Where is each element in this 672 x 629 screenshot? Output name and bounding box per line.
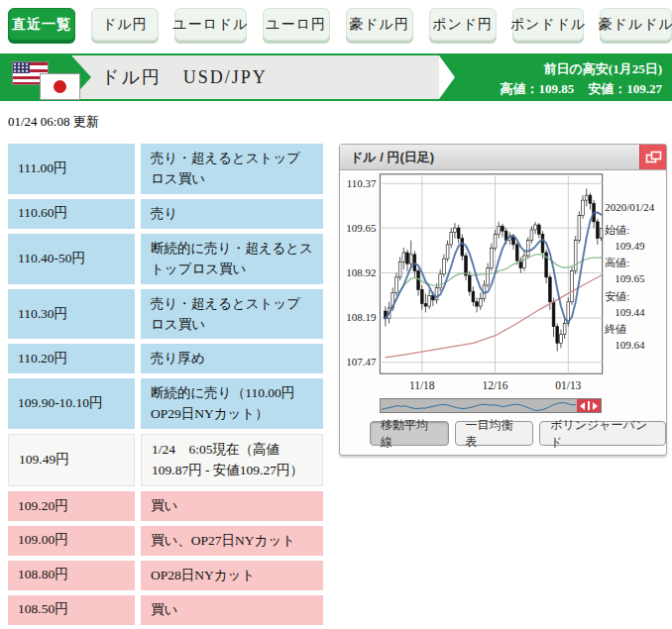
order-row: 110.60円売り bbox=[8, 199, 323, 229]
order-board-table: 111.00円売り・超えるとストップロス買い110.60円売り110.40-50… bbox=[8, 144, 323, 629]
order-row: 110.30円売り・超えるとストップロス買い bbox=[8, 289, 323, 340]
low-label: 安値： bbox=[588, 81, 626, 96]
order-row: 109.00円買い、OP27日NYカット bbox=[8, 526, 323, 556]
order-note: 売り bbox=[141, 199, 323, 229]
previous-day-range-title: 前日の高安(1月25日) bbox=[463, 59, 662, 79]
order-note: OP28日NYカット bbox=[141, 561, 323, 590]
order-price: 108.80円 bbox=[8, 561, 135, 590]
chart-date: 2020/01/24 bbox=[605, 201, 666, 215]
order-price: 110.40-50円 bbox=[8, 234, 135, 284]
indicator-button-1[interactable]: 一目均衡表 bbox=[455, 421, 534, 446]
order-row: 110.40-50円断続的に売り・超えるとストップロス買い bbox=[8, 234, 323, 284]
chart-range-scrollbar[interactable] bbox=[380, 398, 602, 413]
low-value: 109.27 bbox=[626, 81, 662, 96]
chart-panel: ドル / 円(日足) 110.37109.65108.92108.19107.4… bbox=[339, 144, 667, 456]
order-note: 買い bbox=[141, 491, 323, 521]
svg-text:12/16: 12/16 bbox=[482, 379, 507, 391]
page-title: ドル円 USD/JPY bbox=[101, 55, 268, 99]
low-value: 109.44 bbox=[605, 306, 666, 320]
indicator-button-0[interactable]: 移動平均線 bbox=[370, 421, 449, 446]
nav-pair-button-7[interactable]: 豪ドルドル bbox=[600, 8, 672, 41]
order-note: 売り・超えるとストップロス買い bbox=[141, 289, 323, 340]
order-row: 108.80円OP28日NYカット bbox=[8, 561, 323, 590]
previous-day-range-values: 高値：109.85安値：109.27 bbox=[463, 79, 662, 99]
order-price: 111.00円 bbox=[8, 144, 135, 194]
indicator-button-2[interactable]: ボリンジャーバンド bbox=[539, 421, 666, 446]
close-value: 109.64 bbox=[605, 339, 666, 353]
nav-pair-button-4[interactable]: 豪ドル円 bbox=[346, 8, 413, 41]
order-row: 109.90-10.10円断続的に売り（110.00円OP29日NYカット） bbox=[8, 378, 323, 429]
order-price: 109.90-10.10円 bbox=[8, 378, 135, 429]
order-note: 買い、OP27日NYカット bbox=[141, 526, 323, 556]
scrollbar-handle[interactable] bbox=[577, 399, 601, 412]
high-value: 109.85 bbox=[539, 81, 575, 96]
order-row: 109.49円1/24 6:05現在（高値109.87円 - 安値109.27円… bbox=[8, 434, 323, 486]
high-value: 109.65 bbox=[605, 272, 666, 286]
order-row: 109.20円買い bbox=[8, 491, 323, 521]
open-value: 109.49 bbox=[605, 240, 666, 254]
order-price: 109.00円 bbox=[8, 526, 135, 556]
previous-day-range-box: 前日の高安(1月25日) 高値：109.85安値：109.27 bbox=[439, 55, 672, 99]
order-price: 110.30円 bbox=[8, 289, 135, 340]
svg-text:107.47: 107.47 bbox=[346, 356, 377, 367]
last-updated-timestamp: 01/24 06:08 更新 bbox=[8, 113, 672, 131]
order-price: 109.20円 bbox=[8, 491, 135, 521]
nav-pair-button-2[interactable]: ユーロドル bbox=[174, 8, 247, 41]
japan-flag-icon bbox=[40, 73, 80, 100]
nav-pair-button-1[interactable]: ドル円 bbox=[91, 8, 159, 41]
high-label: 高値: bbox=[605, 257, 666, 270]
svg-text:109.65: 109.65 bbox=[346, 222, 377, 234]
order-price: 108.50円 bbox=[8, 595, 135, 625]
nav-pair-button-6[interactable]: ポンドドル bbox=[512, 8, 585, 41]
svg-text:110.37: 110.37 bbox=[347, 177, 377, 189]
order-row: 110.20円売り厚め bbox=[8, 344, 323, 373]
order-row: 108.50円買い bbox=[8, 595, 323, 625]
nav-pair-button-0[interactable]: 直近一覧 bbox=[8, 8, 75, 41]
high-label: 高値： bbox=[501, 81, 539, 96]
open-label: 始値: bbox=[605, 224, 666, 238]
scroll-right-icon bbox=[593, 402, 598, 410]
pair-name-jp: ドル円 bbox=[101, 65, 162, 89]
order-price: 109.49円 bbox=[8, 434, 135, 486]
nav-pair-button-3[interactable]: ユーロ円 bbox=[263, 8, 330, 41]
chart-title: ドル / 円(日足) bbox=[350, 149, 434, 166]
popup-windows-icon bbox=[645, 151, 662, 164]
order-note: 1/24 6:05現在（高値109.87円 - 安値109.27円） bbox=[141, 434, 323, 486]
candlestick-chart: 110.37109.65108.92108.19107.4711/1812/16… bbox=[342, 173, 605, 395]
order-note: 売り厚め bbox=[141, 344, 323, 373]
order-price: 110.20円 bbox=[8, 344, 135, 373]
order-note: 断続的に売り（110.00円OP29日NYカット） bbox=[141, 378, 323, 429]
order-note: 買い bbox=[141, 595, 323, 625]
chart-body: 110.37109.65108.92108.19107.4711/1812/16… bbox=[340, 170, 666, 395]
chart-titlebar: ドル / 円(日足) bbox=[340, 145, 666, 170]
currency-pair-nav: 直近一覧ドル円ユーロドルユーロ円豪ドル円ポンド円ポンドドル豪ドルドル bbox=[0, 0, 672, 41]
order-note: 断続的に売り・超えるとストップロス買い bbox=[141, 234, 323, 284]
order-price: 110.60円 bbox=[8, 199, 135, 229]
pair-header-banner: ドル円 USD/JPY 前日の高安(1月25日) 高値：109.85安値：109… bbox=[0, 53, 672, 101]
svg-text:01/13: 01/13 bbox=[555, 379, 581, 391]
low-label: 安値: bbox=[605, 290, 666, 304]
popup-window-button[interactable] bbox=[639, 145, 666, 169]
indicator-buttons: 移動平均線一目均衡表ボリンジャーバンド bbox=[370, 421, 666, 446]
range-sparkline bbox=[381, 400, 577, 413]
nav-pair-button-5[interactable]: ポンド円 bbox=[429, 8, 497, 41]
svg-text:11/18: 11/18 bbox=[409, 379, 435, 391]
svg-text:108.92: 108.92 bbox=[346, 266, 376, 278]
order-note: 売り・超えるとストップロス買い bbox=[141, 144, 323, 194]
chart-ohlc-info: 2020/01/24 始値: 109.49 高値: 109.65 安値: 109… bbox=[605, 173, 666, 395]
scroll-left-icon bbox=[580, 402, 585, 410]
svg-text:108.19: 108.19 bbox=[346, 311, 377, 323]
order-row: 111.00円売り・超えるとストップロス買い bbox=[8, 144, 323, 194]
pair-name-en: USD/JPY bbox=[183, 67, 268, 88]
main-content: 111.00円売り・超えるとストップロス買い110.60円売り110.40-50… bbox=[0, 144, 672, 629]
close-label: 終値 bbox=[605, 323, 666, 337]
